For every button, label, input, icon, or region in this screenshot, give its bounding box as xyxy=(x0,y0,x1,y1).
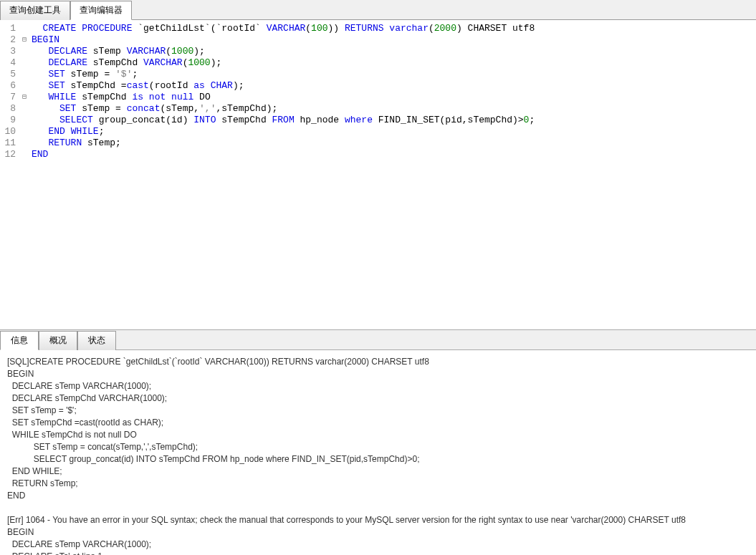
sql-editor[interactable]: 123456789101112 ⊟⊟ CREATE PROCEDURE `get… xyxy=(0,20,756,328)
code-line[interactable]: END xyxy=(32,149,753,160)
tab-query-editor[interactable]: 查询编辑器 xyxy=(70,1,132,20)
fold-toggle xyxy=(20,115,29,126)
tab-profile[interactable]: 概况 xyxy=(39,331,77,350)
line-number: 12 xyxy=(1,149,16,160)
line-number-gutter: 123456789101112 xyxy=(0,20,20,328)
fold-toggle[interactable]: ⊟ xyxy=(20,34,29,46)
line-number: 8 xyxy=(1,103,16,115)
line-number: 9 xyxy=(1,115,16,126)
fold-toggle xyxy=(20,57,29,69)
line-number: 3 xyxy=(1,46,16,57)
code-line[interactable]: BEGIN xyxy=(32,34,753,46)
code-line[interactable]: SET sTemp = concat(sTemp,',',sTempChd); xyxy=(32,103,753,115)
fold-toggle xyxy=(20,23,29,34)
fold-toggle xyxy=(20,69,29,80)
code-line[interactable]: WHILE sTempChd is not null DO xyxy=(32,92,753,103)
line-number: 10 xyxy=(1,126,16,137)
fold-toggle[interactable]: ⊟ xyxy=(20,92,29,103)
line-number: 6 xyxy=(1,80,16,92)
code-line[interactable]: SET sTemp = '$'; xyxy=(32,69,753,80)
fold-toggle xyxy=(20,80,29,92)
tab-status[interactable]: 状态 xyxy=(77,331,116,350)
fold-column[interactable]: ⊟⊟ xyxy=(20,20,29,328)
code-line[interactable]: RETURN sTemp; xyxy=(32,137,753,149)
code-line[interactable]: SELECT group_concat(id) INTO sTempChd FR… xyxy=(32,115,753,126)
code-line[interactable]: DECLARE sTemp VARCHAR(1000); xyxy=(32,46,753,57)
fold-toggle xyxy=(20,149,29,160)
code-line[interactable]: DECLARE sTempChd VARCHAR(1000); xyxy=(32,57,753,69)
fold-toggle xyxy=(20,126,29,137)
code-line[interactable]: CREATE PROCEDURE `getChildLst`(`rootId` … xyxy=(32,23,753,34)
line-number: 11 xyxy=(1,137,16,149)
output-panel-tabs: 信息 概况 状态 xyxy=(0,329,756,350)
tab-info[interactable]: 信息 xyxy=(0,331,39,350)
code-line[interactable]: SET sTempChd =cast(rootId as CHAR); xyxy=(32,80,753,92)
line-number: 5 xyxy=(1,69,16,80)
fold-toggle xyxy=(20,103,29,115)
output-message[interactable]: [SQL]CREATE PROCEDURE `getChildLst`(`roo… xyxy=(0,350,756,555)
fold-toggle xyxy=(20,137,29,149)
line-number: 1 xyxy=(1,23,16,34)
fold-toggle xyxy=(20,46,29,57)
tab-query-builder[interactable]: 查询创建工具 xyxy=(0,1,70,20)
editor-top-tabs: 查询创建工具 查询编辑器 xyxy=(0,0,756,20)
code-line[interactable]: END WHILE; xyxy=(32,126,753,137)
line-number: 4 xyxy=(1,57,16,69)
line-number: 7 xyxy=(1,92,16,103)
code-area[interactable]: CREATE PROCEDURE `getChildLst`(`rootId` … xyxy=(29,20,756,328)
line-number: 2 xyxy=(1,34,16,46)
